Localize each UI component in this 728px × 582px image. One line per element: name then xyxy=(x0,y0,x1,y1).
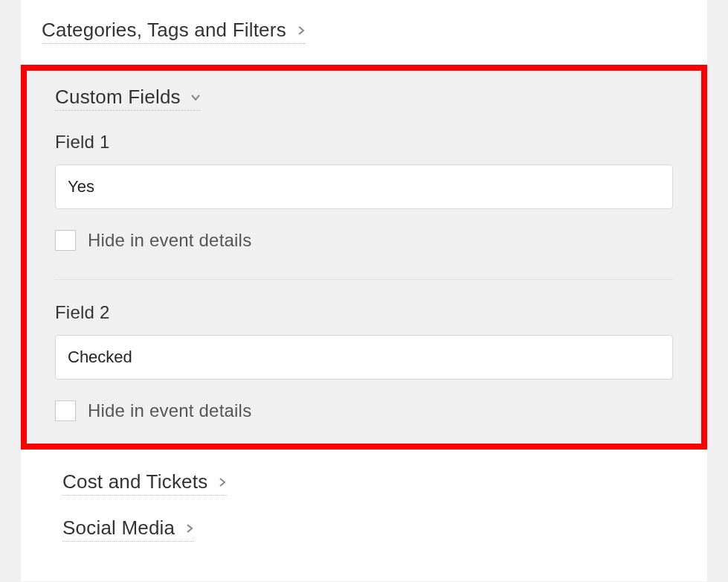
field-1-label: Field 1 xyxy=(55,132,673,153)
field-2-hide-checkbox[interactable] xyxy=(55,400,76,421)
chevron-right-icon xyxy=(185,524,194,533)
social-media-section-label: Social Media xyxy=(62,517,175,540)
chevron-right-icon xyxy=(218,478,227,487)
field-divider xyxy=(55,279,673,280)
field-2-hide-label: Hide in event details xyxy=(88,400,251,421)
cost-tickets-section-label: Cost and Tickets xyxy=(62,470,207,493)
custom-fields-section-toggle[interactable]: Custom Fields xyxy=(55,86,200,111)
categories-section-label: Categories, Tags and Filters xyxy=(42,19,286,42)
categories-section-toggle[interactable]: Categories, Tags and Filters xyxy=(42,19,306,44)
custom-fields-section: Custom Fields Field 1 Hide in event deta… xyxy=(21,65,707,450)
chevron-down-icon xyxy=(191,93,200,102)
custom-fields-section-label: Custom Fields xyxy=(55,86,181,109)
chevron-right-icon xyxy=(297,26,306,35)
cost-tickets-section-toggle[interactable]: Cost and Tickets xyxy=(62,470,227,496)
field-2-label: Field 2 xyxy=(55,302,673,323)
field-1-hide-checkbox[interactable] xyxy=(55,230,76,251)
social-media-section-toggle[interactable]: Social Media xyxy=(62,517,194,542)
field-2-input[interactable] xyxy=(55,335,673,380)
field-1-input[interactable] xyxy=(55,164,673,209)
field-1-hide-label: Hide in event details xyxy=(88,230,251,251)
